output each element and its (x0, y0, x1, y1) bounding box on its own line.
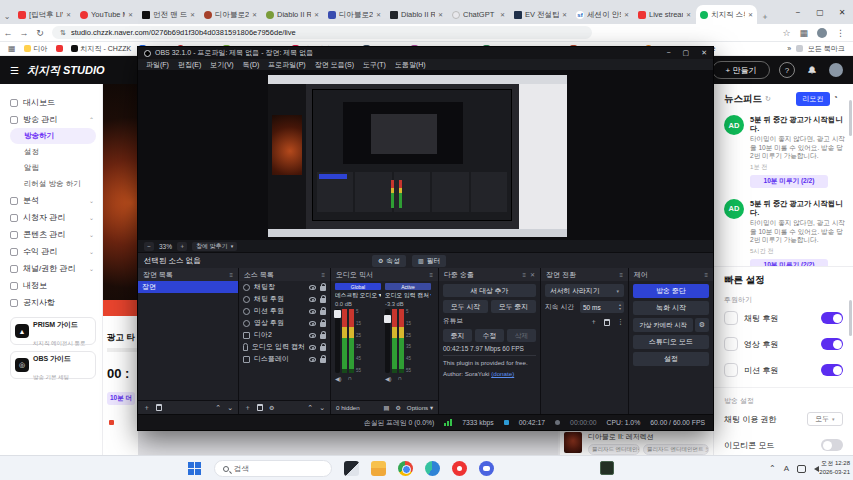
speaker-icon[interactable]: ◀) (385, 375, 392, 382)
dock-grip-icon[interactable] (429, 272, 433, 278)
apps-grid-icon[interactable]: ▦ (8, 44, 16, 53)
settings-button[interactable]: 설정 (633, 352, 709, 366)
bookmark-star-icon[interactable] (782, 28, 790, 38)
obs-maximize-button[interactable] (683, 49, 690, 57)
site-settings-icon[interactable]: ⇅ (60, 29, 66, 37)
close-icon[interactable] (500, 11, 505, 18)
browser-tab[interactable]: sf세션이 안되 (572, 5, 633, 24)
sidebar-item-dashboard[interactable]: 대시보드 (10, 94, 102, 111)
add-scene-button[interactable] (143, 403, 150, 413)
obs-close-button[interactable] (701, 49, 707, 57)
obs-guide-card[interactable]: ◎ OBS 가이드방송 기본 세팅 (10, 351, 96, 379)
new-tab-button[interactable] (758, 8, 772, 24)
close-icon[interactable] (314, 11, 319, 18)
start-recording-button[interactable]: 녹화 시작 (633, 301, 709, 315)
source-item[interactable]: 채팅창 (239, 281, 330, 293)
dock-grip-icon[interactable] (704, 272, 708, 278)
headphones-icon[interactable]: ∩ (348, 375, 352, 382)
mixer-gear-icon[interactable] (395, 404, 400, 411)
speaker-tray-icon[interactable] (814, 466, 819, 472)
remove-transition-button[interactable] (604, 319, 610, 326)
feed-item[interactable]: AD 5분 뒤 중간 광고가 시작됩니다. 타이밍이 좋지 않다면, 광고 시작… (714, 110, 853, 194)
game-category-item[interactable]: 디아블로 II: 레저렉션 블리자드 엔터테인먼트 블리자드 엔터테인먼트 코리… (560, 430, 713, 455)
hamburger-menu-icon[interactable] (10, 65, 19, 76)
close-icon[interactable] (190, 11, 195, 18)
browser-tab[interactable]: 디아블로2 (324, 5, 385, 24)
dock-close-icon[interactable] (530, 271, 535, 278)
browser-tab[interactable]: EV 전설탑 (510, 5, 571, 24)
browser-tab[interactable]: ChatGPT (448, 5, 509, 24)
extensions-icon[interactable]: ▦ (799, 28, 808, 38)
edit-target-button[interactable]: 수정 (475, 329, 504, 342)
move-scene-down-button[interactable] (227, 404, 233, 412)
dock-grip-icon[interactable] (321, 272, 325, 278)
visibility-eye-icon[interactable] (309, 345, 316, 350)
lock-icon[interactable] (320, 358, 326, 363)
source-item[interactable]: 채팅 후원 (239, 293, 330, 305)
edge-icon[interactable] (425, 461, 440, 476)
fit-to-window-select[interactable]: 창에 맞추기 (192, 242, 237, 251)
more-bookmarks-icon[interactable] (787, 45, 791, 52)
taskbar-clock[interactable]: 오전 12:28 2026-03-21 (819, 459, 850, 476)
visibility-eye-icon[interactable] (309, 309, 316, 314)
browser-tab[interactable]: Diablo II R (386, 5, 447, 24)
move-scene-up-button[interactable] (215, 404, 221, 412)
close-icon[interactable] (376, 11, 381, 18)
mission-donation-toggle[interactable] (821, 364, 843, 376)
spin-down-icon[interactable] (619, 307, 621, 311)
lock-icon[interactable] (320, 310, 326, 315)
menu-docks[interactable]: 독(D) (243, 60, 260, 70)
sidebar-item-content[interactable]: 콘텐츠 관리 (10, 226, 102, 243)
filters-button[interactable]: ▥필터 (412, 255, 446, 267)
add-transition-button[interactable] (590, 317, 597, 327)
volume-slider[interactable] (385, 309, 390, 373)
remote-control-button[interactable]: 리모컨 (796, 92, 830, 106)
prism-guide-card[interactable]: ▲ PRISM 가이드치지직 에이전시 통로 (10, 317, 96, 345)
delay-ad-button[interactable]: 10분 미루기 (2/2) (750, 259, 828, 266)
source-item[interactable]: 디아2 (239, 329, 330, 341)
remove-source-button[interactable] (257, 404, 263, 411)
profile-avatar[interactable] (817, 28, 827, 38)
address-bar[interactable]: ⇅ studio.chzzk.naver.com/0276b69d1f30b4d… (52, 26, 592, 39)
lock-icon[interactable] (320, 322, 326, 327)
close-icon[interactable] (438, 11, 443, 18)
bookmark-folder[interactable]: 디아 (24, 44, 48, 54)
lock-icon[interactable] (320, 298, 326, 303)
move-source-down-button[interactable] (319, 404, 325, 412)
lock-icon[interactable] (320, 334, 326, 339)
menu-edit[interactable]: 편집(E) (178, 60, 201, 70)
volume-slider[interactable] (335, 309, 340, 373)
dock-grip-icon[interactable] (229, 272, 233, 278)
close-icon[interactable] (748, 11, 753, 18)
bookmark[interactable]: 치지직 - CHZZK (71, 44, 132, 54)
newsfeed-scrollbar[interactable] (849, 100, 852, 136)
obs-preview-canvas[interactable] (138, 70, 713, 240)
scene-item[interactable]: 장면 (138, 281, 238, 293)
close-icon[interactable] (562, 11, 567, 18)
virtual-camera-button[interactable]: 가상 카메라 시작 (633, 318, 693, 332)
back-button[interactable] (0, 28, 16, 38)
source-item[interactable]: 미션 후원 (239, 305, 330, 317)
browser-tab[interactable]: 먼전 맨 드 (138, 5, 199, 24)
obs-titlebar[interactable]: OBS 32.1.0 - 프로파일: 제목 없음 - 장면: 제목 없음 (138, 47, 713, 59)
sidebar-item-go-live[interactable]: 방송하기 (10, 128, 96, 144)
sidebar-item-channel-permissions[interactable]: 채널/권한 관리 (10, 260, 102, 277)
obs-minimize-button[interactable] (666, 49, 670, 57)
headphones-icon[interactable]: ∩ (398, 375, 402, 382)
virtual-camera-config-button[interactable] (695, 318, 709, 332)
close-icon[interactable] (128, 11, 133, 18)
sidebar-item-rehearsal[interactable]: 리허설 방송 하기 (10, 176, 102, 192)
chat-tray-icon[interactable] (797, 465, 806, 473)
forward-button[interactable] (16, 28, 32, 38)
feed-filter-icon[interactable] (833, 93, 845, 105)
source-item[interactable]: 영상 후원 (239, 317, 330, 329)
menu-help[interactable]: 도움말(H) (395, 60, 426, 70)
studio-mode-button[interactable]: 스튜디오 모드 (633, 335, 709, 349)
tab-search-icon[interactable] (0, 8, 14, 24)
emoticon-mode-toggle[interactable] (821, 439, 843, 451)
refresh-icon[interactable] (765, 95, 771, 103)
remove-target-button[interactable]: 삭제 (507, 329, 536, 342)
minimize-button[interactable] (787, 8, 809, 17)
menu-profile[interactable]: 프로파일(P) (268, 60, 305, 70)
transition-menu-icon[interactable] (617, 318, 624, 326)
